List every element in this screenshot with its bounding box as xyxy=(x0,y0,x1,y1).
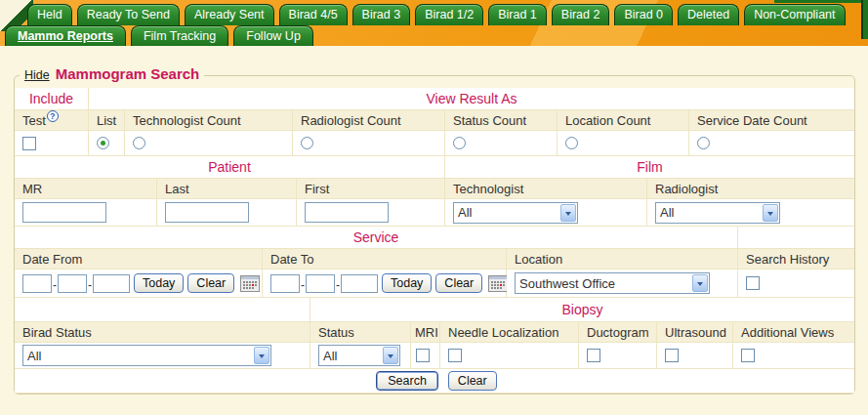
right-edge-decoration-top xyxy=(774,0,868,3)
help-icon[interactable]: ? xyxy=(47,110,59,122)
view-as-service-date-count-radio[interactable] xyxy=(697,137,710,149)
view-as-technologist-count-radio[interactable] xyxy=(133,137,145,149)
search-button[interactable]: Search xyxy=(376,371,438,391)
mri-checkbox[interactable] xyxy=(416,349,430,362)
date-to-clear-button[interactable]: Clear xyxy=(435,273,482,293)
chevron-down-icon xyxy=(763,204,778,222)
tab-mammo-reports[interactable]: Mammo Reports xyxy=(5,25,126,46)
sub-tab-bar: Mammo Reports Film Tracking Follow Up xyxy=(5,25,313,46)
ultrasound-checkbox[interactable] xyxy=(665,349,679,362)
service-section-header: Service xyxy=(15,227,738,249)
date-to-year-input[interactable] xyxy=(341,274,378,293)
status-cell: All xyxy=(310,343,411,369)
needle-localization-checkbox[interactable] xyxy=(448,349,462,362)
chevron-down-icon xyxy=(692,274,708,292)
view-as-service-date-count-cell xyxy=(689,131,854,156)
view-as-list-radio[interactable] xyxy=(97,137,109,149)
status-select-value: All xyxy=(323,349,337,363)
additional-views-label: Additional Views xyxy=(733,322,854,343)
birad-status-select[interactable]: All xyxy=(22,345,271,366)
tab-birad-0[interactable]: Birad 0 xyxy=(614,4,673,25)
ductogram-cell xyxy=(579,343,657,369)
top-banner: Held Ready To Send Already Sent Birad 4/… xyxy=(0,0,868,46)
tab-film-tracking[interactable]: Film Tracking xyxy=(131,25,228,46)
hide-link[interactable]: Hide xyxy=(24,68,50,82)
date-to-cell: -- Today Clear xyxy=(263,270,507,298)
ultrasound-cell xyxy=(657,343,733,369)
mammogram-search-panel: Hide Mammogram Search Include View Resul… xyxy=(14,75,855,394)
date-from-month-input[interactable] xyxy=(22,274,52,293)
view-as-location-count-radio[interactable] xyxy=(565,137,578,149)
include-section-header: Include xyxy=(15,88,89,110)
tab-deleted[interactable]: Deleted xyxy=(678,4,739,25)
additional-views-cell xyxy=(733,343,854,369)
birad-status-label: Birad Status xyxy=(15,322,310,343)
tab-already-sent[interactable]: Already Sent xyxy=(185,4,274,25)
additional-views-checkbox[interactable] xyxy=(741,349,755,362)
radiologist-select[interactable]: All xyxy=(655,202,780,224)
panel-legend: Hide Mammogram Search xyxy=(20,65,204,82)
date-to-today-button[interactable]: Today xyxy=(382,273,432,293)
right-edge-decoration xyxy=(861,0,868,39)
first-name-input[interactable] xyxy=(305,202,389,223)
tab-birad-3[interactable]: Birad 3 xyxy=(352,4,411,25)
radiologist-label: Radiologist xyxy=(647,179,854,199)
calendar-icon[interactable] xyxy=(488,275,508,292)
view-as-list-label: List xyxy=(89,110,125,131)
search-history-checkbox[interactable] xyxy=(746,276,760,290)
needle-localization-label: Needle Localization xyxy=(440,322,579,343)
row-biopsy-controls: All All xyxy=(15,343,854,369)
tab-birad-1-2[interactable]: Birad 1/2 xyxy=(415,4,483,25)
date-from-today-button[interactable]: Today xyxy=(134,273,184,293)
row-patient-film-header: Patient Film xyxy=(15,156,854,179)
calendar-icon[interactable] xyxy=(240,275,260,292)
search-history-label: Search History xyxy=(738,249,854,270)
technologist-select[interactable]: All xyxy=(453,202,578,224)
view-result-as-header: View Result As xyxy=(89,88,854,110)
row-biopsy-labels: Birad Status Status MRI Needle Localizat… xyxy=(15,322,854,343)
location-select-value: Southwest Office xyxy=(519,276,615,291)
tab-birad-4-5[interactable]: Birad 4/5 xyxy=(279,4,348,25)
test-checkbox[interactable] xyxy=(22,137,36,150)
footer-button-bar: Search Clear xyxy=(15,369,854,394)
view-as-status-count-radio[interactable] xyxy=(453,137,466,149)
status-label: Status xyxy=(310,322,411,343)
needle-localization-cell xyxy=(440,343,579,369)
view-as-location-count-cell xyxy=(558,131,689,156)
patient-section-header: Patient xyxy=(15,156,445,179)
status-select[interactable]: All xyxy=(318,345,400,366)
tab-held[interactable]: Held xyxy=(27,4,72,25)
location-select[interactable]: Southwest Office xyxy=(515,272,710,294)
location-label: Location xyxy=(507,249,738,270)
mri-cell xyxy=(411,343,440,369)
view-as-status-count-label: Status Count xyxy=(445,110,558,131)
tab-follow-up[interactable]: Follow Up xyxy=(233,25,313,46)
row-service-controls: -- Today Clear -- Today Clear Southwest … xyxy=(15,270,854,298)
radiologist-select-value: All xyxy=(660,205,674,220)
date-from-clear-button[interactable]: Clear xyxy=(187,273,234,293)
film-section-header: Film xyxy=(445,156,854,179)
first-label: First xyxy=(297,179,445,199)
ductogram-checkbox[interactable] xyxy=(587,349,600,362)
date-from-day-input[interactable] xyxy=(58,274,87,293)
tab-non-compliant[interactable]: Non-Compliant xyxy=(744,4,845,25)
last-name-input[interactable] xyxy=(165,202,249,223)
row-view-result-controls xyxy=(15,131,854,156)
view-as-radiologist-count-radio[interactable] xyxy=(301,137,313,149)
tab-birad-2[interactable]: Birad 2 xyxy=(552,4,610,25)
row-patient-film-labels: MR Last First Technologist Radiologist xyxy=(15,179,854,199)
clear-button[interactable]: Clear xyxy=(448,371,497,391)
biopsy-section-header: Biopsy xyxy=(310,298,854,322)
date-to-month-input[interactable] xyxy=(270,274,300,293)
date-from-year-input[interactable] xyxy=(93,274,130,293)
last-label: Last xyxy=(157,179,297,199)
tab-birad-1[interactable]: Birad 1 xyxy=(488,4,547,25)
date-from-cell: -- Today Clear xyxy=(15,270,263,298)
view-as-location-count-label: Location Count xyxy=(558,110,689,131)
date-to-day-input[interactable] xyxy=(306,274,335,293)
view-as-technologist-count-cell xyxy=(125,131,293,156)
row-view-result-header: Include View Result As xyxy=(15,88,854,110)
mr-input[interactable] xyxy=(22,202,106,223)
mr-label: MR xyxy=(15,179,157,199)
tab-ready-to-send[interactable]: Ready To Send xyxy=(77,4,180,25)
